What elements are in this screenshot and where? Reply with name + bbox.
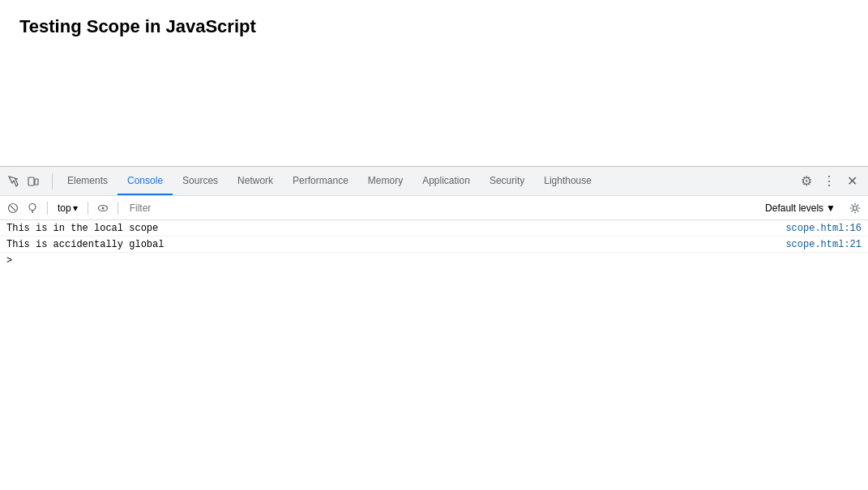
tab-security[interactable]: Security [480,167,534,195]
devtools-more-button[interactable]: ⋮ [819,172,839,191]
tab-lighthouse[interactable]: Lighthouse [534,167,601,195]
log-levels-label: Default levels [765,202,823,214]
filter-input[interactable] [125,202,757,214]
eye-icon[interactable] [95,200,111,216]
svg-rect-0 [28,177,34,185]
console-line-text: This is in the local scope [6,223,158,234]
svg-line-3 [11,206,15,211]
console-line-source[interactable]: scope.html:16 [785,223,862,234]
context-value: top [58,202,71,214]
tab-console[interactable]: Console [118,167,173,195]
console-caret: > [6,255,12,266]
console-line-text: This is accidentally global [6,239,164,250]
tab-performance[interactable]: Performance [283,167,358,195]
console-prompt: > [0,253,868,269]
devtools-settings-button[interactable]: ⚙ [797,172,816,191]
svg-point-4 [29,203,36,210]
context-selector[interactable]: top ▾ [54,202,81,214]
console-settings-icon[interactable] [847,200,863,216]
svg-rect-1 [35,179,38,185]
filter-separator [88,202,88,215]
clear-console-icon[interactable] [5,200,21,216]
devtools-left-icons [6,174,41,189]
log-levels-arrow: ▼ [826,202,836,214]
devtools-panel: Elements Console Sources Network Perform… [0,166,868,490]
context-arrow: ▾ [73,202,78,214]
console-line: This is in the local scope scope.html:16 [0,220,868,236]
filter-icon[interactable] [24,200,41,216]
page-content: Testing Scope in JavaScript [0,0,868,170]
devtools-actions: ⚙ ⋮ ✕ [797,172,862,191]
console-output: This is in the local scope scope.html:16… [0,220,868,490]
console-line: This is accidentally global scope.html:2… [0,236,868,253]
tab-elements[interactable]: Elements [58,167,118,195]
device-mode-icon[interactable] [26,174,41,189]
filter-separator-2 [118,202,118,215]
console-toolbar: top ▾ Default levels ▼ [0,196,868,220]
tab-separator-left [52,173,53,190]
page-title: Testing Scope in JavaScript [19,16,849,37]
tab-memory[interactable]: Memory [358,167,413,195]
devtools-tabs: Elements Console Sources Network Perform… [58,167,797,195]
tab-application[interactable]: Application [413,167,480,195]
devtools-topbar: Elements Console Sources Network Perform… [0,167,868,196]
inspect-element-icon[interactable] [6,174,21,189]
log-levels-button[interactable]: Default levels ▼ [760,202,840,214]
devtools-close-button[interactable]: ✕ [842,172,862,191]
tab-network[interactable]: Network [228,167,283,195]
svg-point-8 [853,206,857,210]
svg-point-7 [101,207,104,209]
toolbar-separator-1 [47,202,48,215]
console-line-source[interactable]: scope.html:21 [785,239,862,250]
tab-sources[interactable]: Sources [173,167,228,195]
